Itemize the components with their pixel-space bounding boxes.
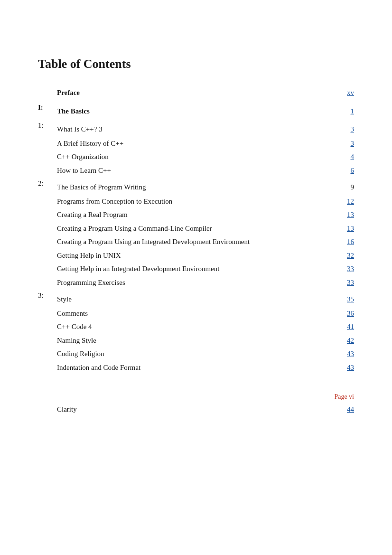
sec-comments-page-link[interactable]: 36 [347,310,354,317]
chapter-1-row: 1: What Is C++? 3 3 [38,119,354,137]
sec-help-ide-page-link[interactable]: 33 [347,265,354,273]
sec-coding-religion-row: Coding Religion 43 [38,347,354,361]
ch3-num-label: 3: [38,292,44,299]
part-page[interactable]: 1 [330,101,354,120]
sec-brief-history-page-link[interactable]: 3 [351,140,355,147]
sec-ide-num [38,235,57,249]
sec-help-ide-title: Getting Help in an Integrated Developmen… [57,262,330,276]
sec-prog-exercises-page-link[interactable]: 33 [347,279,354,286]
sec-ide-page-link[interactable]: 16 [347,238,354,245]
sec-naming-style-page-link[interactable]: 42 [347,337,354,344]
sec-help-unix-title: Getting Help in UNIX [57,249,330,263]
chapter-2-row: 2: The Basics of Program Writing 9 [38,177,354,195]
sec-help-unix-num [38,249,57,263]
preface-page[interactable]: xv [330,85,354,101]
sec-comments-row: Comments 36 [38,307,354,320]
part-i-num: I: [38,103,43,111]
sec-clarity-num [38,403,57,416]
sec-coding-religion-page-link[interactable]: 43 [347,350,354,357]
sec-cmd-compiler-row: Creating a Program Using a Command-Line … [38,222,354,235]
sec-ide-title: Creating a Program Using an Integrated D… [57,235,330,249]
sec-help-unix-page[interactable]: 32 [330,249,354,263]
sec-prog-exercises-num [38,276,57,290]
sec-real-program-page[interactable]: 13 [330,208,354,222]
sec-how-learn-page[interactable]: 6 [330,164,354,178]
sec-brief-history-page[interactable]: 3 [330,137,354,151]
ch1-num-label: 1: [38,122,44,129]
ch1-page[interactable]: 3 [330,119,354,137]
sec-prog-exercises-title: Programming Exercises [57,276,330,290]
sec-comments-title: Comments [57,307,330,320]
sec-how-learn-title: How to Learn C++ [57,164,330,178]
sec-cpp-code-row: C++ Code 4 41 [38,320,354,334]
sec-programs-page[interactable]: 12 [330,195,354,208]
sec-real-program-title: Creating a Real Program [57,208,330,222]
sec-help-ide-row: Getting Help in an Integrated Developmen… [38,262,354,276]
ch1-page-link[interactable]: 3 [351,125,355,133]
sec-clarity-page-link[interactable]: 44 [347,405,354,413]
sec-prog-exercises-row: Programming Exercises 33 [38,276,354,290]
ch2-num: 2: [38,177,57,195]
sec-naming-style-title: Naming Style [57,334,330,348]
sec-cpp-org-page[interactable]: 4 [330,150,354,164]
sec-real-program-row: Creating a Real Program 13 [38,208,354,222]
sec-clarity-row: Clarity 44 [38,403,354,416]
sec-indentation-num [38,361,57,375]
sec-help-ide-page[interactable]: 33 [330,262,354,276]
sec-cmd-compiler-page-link[interactable]: 13 [347,225,354,232]
toc-preface-row: Preface xv [38,85,354,101]
sec-how-learn-page-link[interactable]: 6 [351,167,355,174]
sec-brief-history-num [38,137,57,151]
sec-help-ide-num [38,262,57,276]
sec-programs-row: Programs from Conception to Execution 12 [38,195,354,208]
sec-indentation-title: Indentation and Code Format [57,361,330,375]
sec-cpp-org-page-link[interactable]: 4 [351,153,355,160]
ch1-label: What Is C++? 3 [57,125,103,133]
sec-indentation-page-link[interactable]: 43 [347,364,354,371]
toc-table: Preface xv I: The Basics 1 1: What I [38,85,354,374]
preface-num [38,85,57,101]
sec-coding-religion-page[interactable]: 43 [330,347,354,361]
preface-label: Preface [57,89,80,96]
page-label: Page vi [38,393,354,401]
sec-naming-style-num [38,334,57,348]
sec-coding-religion-num [38,347,57,361]
sec-indentation-row: Indentation and Code Format 43 [38,361,354,375]
preface-page-link[interactable]: xv [347,89,354,96]
sec-clarity-page[interactable]: 44 [330,403,354,416]
ch2-page: 9 [330,177,354,195]
sec-programs-title: Programs from Conception to Execution [57,195,330,208]
sec-prog-exercises-page[interactable]: 33 [330,276,354,290]
page-title: Table of Contents [38,57,354,71]
sec-cmd-compiler-page[interactable]: 13 [330,222,354,235]
sec-coding-religion-title: Coding Religion [57,347,330,361]
sec-comments-num [38,307,57,320]
sec-ide-page[interactable]: 16 [330,235,354,249]
sec-naming-style-row: Naming Style 42 [38,334,354,348]
ch3-num: 3: [38,289,57,307]
part-i-label: The Basics [57,107,90,115]
sec-comments-page[interactable]: 36 [330,307,354,320]
sec-clarity-title: Clarity [57,403,330,416]
ch3-page-link[interactable]: 35 [347,295,354,303]
sec-real-program-page-link[interactable]: 13 [347,211,354,218]
sec-help-unix-row: Getting Help in UNIX 32 [38,249,354,263]
sec-cpp-org-row: C++ Organization 4 [38,150,354,164]
sec-how-learn-row: How to Learn C++ 6 [38,164,354,178]
sec-cpp-code-page-link[interactable]: 41 [347,323,354,330]
ch2-page-num: 9 [351,183,355,191]
ch3-page[interactable]: 35 [330,289,354,307]
ch2-num-label: 2: [38,179,44,187]
ch3-title: Style [57,289,330,307]
sec-indentation-page[interactable]: 43 [330,361,354,375]
ch3-label: Style [57,295,72,303]
sec-naming-style-page[interactable]: 42 [330,334,354,348]
sec-cpp-code-page[interactable]: 41 [330,320,354,334]
sec-programs-page-link[interactable]: 12 [347,198,354,205]
sec-help-unix-page-link[interactable]: 32 [347,252,354,259]
sec-cmd-compiler-title: Creating a Program Using a Command-Line … [57,222,330,235]
part-i-page-link[interactable]: 1 [351,107,355,115]
sec-programs-num [38,195,57,208]
sec-how-learn-num [38,164,57,178]
part-title: The Basics [57,101,330,120]
